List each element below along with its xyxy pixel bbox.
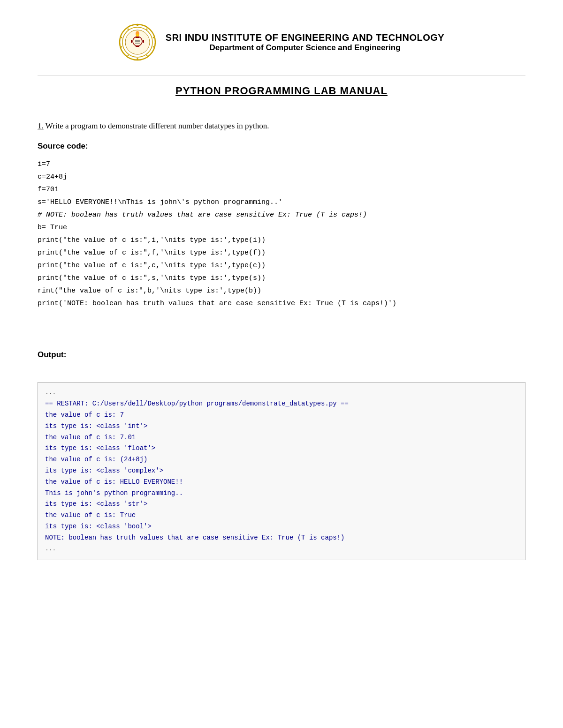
terminal-output-line-2: its type is: <class 'int'> <box>45 421 518 432</box>
code-line-7: print("the value of c is:",i,'\nits type… <box>38 234 525 247</box>
output-label: Output: <box>38 350 525 360</box>
title-section: PYTHON PROGRAMMING LAB MANUAL <box>38 85 525 97</box>
terminal-restart-line: == RESTART: C:/Users/dell/Desktop/python… <box>45 398 518 410</box>
terminal-output-line-6: its type is: <class 'complex'> <box>45 465 518 477</box>
main-title: PYTHON PROGRAMMING LAB MANUAL <box>38 85 525 97</box>
institute-logo <box>119 23 156 61</box>
code-line-2: c=24+8j <box>38 171 525 183</box>
header-divider <box>38 75 525 75</box>
page-header: SRI INDU INSTITUTE OF ENGINEERING AND TE… <box>38 23 525 61</box>
svg-point-18 <box>121 37 122 38</box>
source-code-block: i=7 c=24+8j f=701 s='HELLO EVERYONE!!\nT… <box>38 158 525 310</box>
svg-rect-6 <box>131 40 132 43</box>
svg-point-12 <box>152 37 154 38</box>
code-line-1: i=7 <box>38 158 525 171</box>
code-line-4: s='HELLO EVERYONE!!\nThis is john\'s pyt… <box>38 196 525 209</box>
terminal-output-line-9: its type is: <class 'str'> <box>45 499 518 510</box>
svg-point-16 <box>127 55 129 56</box>
terminal-output-line-1: the value of c is: 7 <box>45 410 518 421</box>
svg-point-13 <box>152 46 154 48</box>
svg-rect-7 <box>143 40 144 43</box>
code-line-6: b= True <box>38 221 525 234</box>
institute-name: SRI INDU INSTITUTE OF ENGINEERING AND TE… <box>166 32 444 43</box>
svg-point-19 <box>127 29 129 30</box>
question-number: 1. <box>38 121 44 130</box>
terminal-dots-bottom: ... <box>45 544 518 554</box>
terminal-output-line-3: the value of c is: 7.01 <box>45 432 518 443</box>
terminal-output-line-11: its type is: <class 'bool'> <box>45 521 518 533</box>
svg-point-14 <box>146 55 147 56</box>
terminal-output-line-4: its type is: <class 'float'> <box>45 443 518 454</box>
terminal-output-line-10: the value of c is: True <box>45 510 518 521</box>
code-line-12: print('NOTE: boolean has truth values th… <box>38 297 525 310</box>
svg-rect-5 <box>136 45 139 47</box>
terminal-output-line-7: the value of c is: HELLO EVERYONE!! <box>45 477 518 488</box>
header-text-block: SRI INDU INSTITUTE OF ENGINEERING AND TE… <box>166 32 444 53</box>
svg-point-10 <box>137 24 138 26</box>
svg-point-9 <box>136 34 138 37</box>
code-line-5: # NOTE: boolean has truth values that ar… <box>38 209 525 221</box>
terminal-output-line-12: NOTE: boolean has truth values that are … <box>45 533 518 544</box>
question-block: 1. Write a program to demonstrate differ… <box>38 120 525 132</box>
code-line-3: f=701 <box>38 183 525 196</box>
code-line-9: print("the value of c is:",c,'\nits type… <box>38 259 525 272</box>
output-terminal: ... == RESTART: C:/Users/dell/Desktop/py… <box>38 382 525 560</box>
terminal-dots-top: ... <box>45 387 518 398</box>
output-section: Output: ... == RESTART: C:/Users/dell/De… <box>38 350 525 560</box>
terminal-output-line-5: the value of c is: (24+8j) <box>45 454 518 465</box>
code-line-8: print("the value of c is:",f,'\nits type… <box>38 247 525 259</box>
terminal-output-line-8: This is john's python programming.. <box>45 488 518 499</box>
svg-point-11 <box>146 29 147 30</box>
svg-rect-4 <box>136 37 139 38</box>
code-line-10: print("the value of c is:",s,'\nits type… <box>38 272 525 285</box>
svg-point-17 <box>121 46 122 48</box>
source-code-label: Source code: <box>38 142 525 151</box>
code-line-11: rint("the value of c is:",b,'\nits type … <box>38 285 525 297</box>
department-name: Department of Computer Science and Engin… <box>166 43 444 53</box>
svg-point-15 <box>137 58 138 60</box>
question-text: Write a program to demonstrate different… <box>46 121 269 130</box>
